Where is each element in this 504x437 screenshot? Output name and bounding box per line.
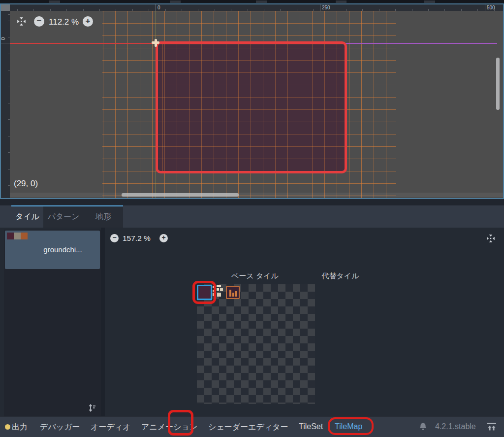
- tab-terrains-label: 地形: [95, 212, 111, 222]
- sort-sources-button[interactable]: [88, 403, 97, 413]
- top-cropped-ui: [170, 0, 181, 3]
- top-cropped-ui: [424, 0, 435, 3]
- top-cropped-ui: [256, 0, 267, 3]
- panel-divider[interactable]: [101, 228, 105, 416]
- horizontal-scrollbar[interactable]: [122, 193, 239, 197]
- tab-terrains[interactable]: 地形: [84, 206, 123, 228]
- ruler-vertical: 0: [1, 11, 10, 198]
- ruler-horizontal: 0 250 500: [10, 4, 503, 11]
- bottom-tab-animation[interactable]: アニメーション: [141, 422, 197, 433]
- scene-viewport[interactable]: 0 250 500 0: [0, 0, 504, 199]
- tab-patterns-label: パターン: [47, 212, 79, 222]
- ruler-label-0: 0: [158, 4, 160, 11]
- tab-patterns[interactable]: パターン: [43, 206, 84, 228]
- ruler-major-tick: [485, 4, 485, 11]
- bottom-tab-audio[interactable]: オーディオ: [91, 422, 131, 433]
- bottom-tab-tileset[interactable]: TileSet: [299, 422, 323, 431]
- bottom-tab-output[interactable]: 出力: [12, 422, 28, 433]
- sort-icon: [88, 403, 97, 413]
- tilemap-toolbar: タイル パターン 地形: [0, 205, 504, 228]
- zoom-out-button[interactable]: −: [34, 16, 44, 27]
- bottom-dock-statusbar: 出力 デバッガー オーディオ アニメーション シェーダーエディター TileSe…: [0, 416, 504, 437]
- ruler-major-tick: [156, 4, 156, 11]
- tile-barchart[interactable]: [226, 286, 240, 299]
- atlas-center-view-icon[interactable]: [486, 234, 495, 243]
- version-label: 4.2.1.stable: [435, 422, 476, 431]
- center-view-icon[interactable]: [17, 17, 26, 26]
- top-cropped-ui: [49, 0, 60, 3]
- ruler-corner: [1, 4, 10, 11]
- atlas-zoom-label[interactable]: 157.2 %: [123, 234, 151, 243]
- tilemap-bottom-panel: groundchi... − 157.2 % +: [0, 228, 504, 416]
- tileset-source-thumbnail: [7, 233, 28, 239]
- horizontal-scrollbar-track[interactable]: [10, 193, 503, 197]
- tile-pattern[interactable]: [212, 285, 226, 300]
- ruler-left-label-0: 0: [0, 37, 6, 40]
- ruler-label-250: 250: [322, 4, 330, 11]
- atlas-zoom-in-button[interactable]: +: [159, 234, 168, 242]
- top-cropped-ui: [336, 0, 346, 3]
- paint-origin-marker: [152, 41, 159, 44]
- base-tiles-header: ベース タイル: [220, 271, 289, 281]
- viewport-canvas[interactable]: − 112.2 % + (29, 0): [10, 11, 503, 198]
- alternative-tiles-header: 代替タイル: [310, 271, 371, 281]
- bottom-tab-debugger[interactable]: デバッガー: [40, 422, 80, 433]
- rect-paint-selection: [156, 41, 347, 173]
- tileset-source-item-selected[interactable]: groundchi...: [5, 231, 100, 269]
- tab-tiles[interactable]: タイル: [11, 206, 43, 228]
- tile-selected[interactable]: [197, 285, 212, 300]
- atlas-zoom-out-button[interactable]: −: [110, 234, 119, 242]
- tileset-source-label: groundchi...: [5, 245, 100, 254]
- tileset-sources-list[interactable]: groundchi...: [4, 230, 101, 416]
- tab-tiles-label: タイル: [15, 212, 39, 222]
- cursor-tile-coordinates: (29, 0): [14, 179, 38, 189]
- ruler-major-tick: [320, 4, 320, 11]
- vertical-scrollbar[interactable]: [496, 58, 500, 110]
- output-indicator-dot: [5, 424, 10, 430]
- bottom-tab-shader-editor[interactable]: シェーダーエディター: [208, 422, 288, 433]
- ruler-major-tick: [1, 43, 10, 43]
- ruler-label-500: 500: [487, 4, 495, 11]
- notification-bell-icon[interactable]: [419, 422, 427, 432]
- zoom-in-button[interactable]: +: [83, 16, 93, 27]
- origin-x-axis: [10, 43, 156, 44]
- tile-atlas-area[interactable]: [197, 284, 315, 404]
- expand-bottom-panel-icon[interactable]: [486, 422, 497, 432]
- bottom-tab-tilemap[interactable]: TileMap: [335, 422, 362, 431]
- zoom-level-label[interactable]: 112.2 %: [49, 17, 79, 27]
